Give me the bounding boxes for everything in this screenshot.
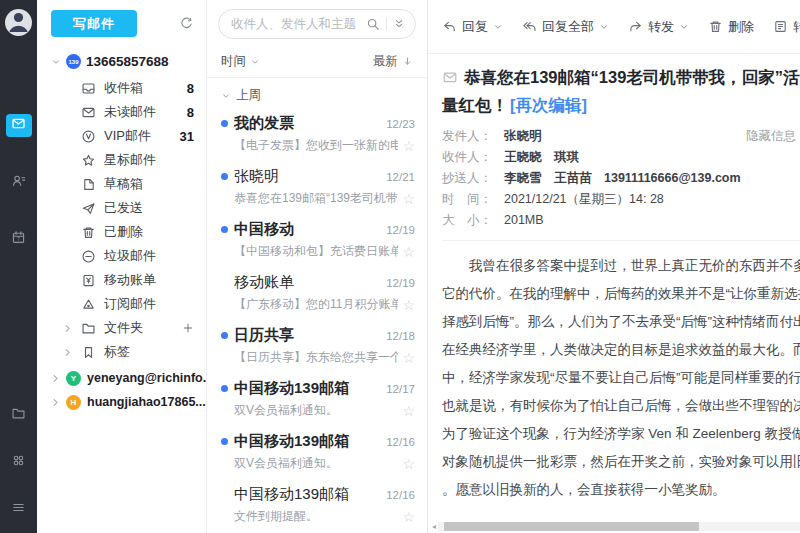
email-date: 12/18 <box>386 330 415 342</box>
meta-label: 大 小： <box>442 210 504 231</box>
folder-unread-count: 8 <box>187 81 206 96</box>
email-snippet: 恭喜您在139邮箱“139老司机带带我... <box>234 190 398 207</box>
sidebar-folder-item[interactable]: 星标邮件 <box>37 148 206 172</box>
sidebar-folder-item[interactable]: 已删除 <box>37 220 206 244</box>
meta-value: 2021/12/21（星期三）14: 28 <box>504 189 664 210</box>
sort-field-dropdown[interactable]: 时间 <box>221 53 260 70</box>
email-sender: 中国移动 <box>234 220 380 239</box>
group-label: 上周 <box>236 87 261 104</box>
toolbar-button[interactable]: 回复全部 <box>522 18 609 36</box>
chevron-down-icon <box>221 91 231 101</box>
sort-order-label: 最新 <box>373 53 398 70</box>
email-list-item[interactable]: 中国移动139邮箱 12/16 双V会员福利通知。 ☆ <box>207 425 427 478</box>
star-icon[interactable]: ☆ <box>402 510 415 524</box>
message-list-panel: 时间 最新 上周 我的发票 12/23 <box>207 0 428 533</box>
toolbar-button-label: 转笔记 <box>793 18 800 36</box>
account-139-badge: 139 <box>66 54 81 69</box>
group-header-last-week[interactable]: 上周 <box>207 78 427 107</box>
folder-unread-count: 8 <box>187 105 206 120</box>
hide-info-link[interactable]: 隐藏信息 <box>746 126 800 147</box>
email-list-item[interactable]: 中国移动139邮箱 12/17 双V会员福利通知。 ☆ <box>207 372 427 425</box>
body-text-line: 也就是说，有时候你为了怕让自己后悔，会做出些不理智的决定。 <box>442 392 800 420</box>
refresh-button[interactable] <box>179 16 194 31</box>
toolbar-button-icon <box>442 19 457 34</box>
unread-dot <box>221 385 228 392</box>
edit-again-link[interactable]: [再次编辑] <box>510 96 587 114</box>
toolbar-button[interactable]: 删除 <box>708 18 754 36</box>
secondary-account-row[interactable]: H huangjiahao17865... <box>37 390 206 414</box>
star-icon[interactable]: ☆ <box>402 351 415 365</box>
toolbar-button[interactable]: 转笔记 <box>773 18 800 36</box>
folder-item-label: 未读邮件 <box>104 103 156 121</box>
scroll-left-arrow[interactable]: ◂ <box>432 523 436 531</box>
star-icon[interactable]: ☆ <box>402 245 415 259</box>
email-list-item[interactable]: 中国移动139邮箱 12/16 文件到期提醒。 ☆ <box>207 478 427 531</box>
email-list-item[interactable]: 中国移动 12/19 【中国移动和包】充话费日账单已送到 ... ☆ <box>207 213 427 266</box>
scrollbar-track[interactable] <box>438 522 800 531</box>
email-sender: 中国移动139邮箱 <box>234 485 380 504</box>
nav-apps-button[interactable] <box>6 451 32 474</box>
star-icon[interactable]: ☆ <box>402 404 415 418</box>
star-icon[interactable]: ☆ <box>402 298 415 312</box>
search-icon[interactable] <box>366 17 380 31</box>
email-list-item[interactable]: 移动账单 12/19 【广东移动】您的11月积分账单已送达 ... ☆ <box>207 266 427 319</box>
email-snippet: 【中国移动和包】充话费日账单已送到 ... <box>234 243 398 260</box>
mail-content-view: 恭喜您在139邮箱“139老司机带带我，回家”活动抽中500M流 量红包！[再次… <box>428 54 800 533</box>
email-list-item[interactable]: 日历共享 12/18 【日历共享】东东给您共享一个名为“活... ☆ <box>207 319 427 372</box>
chevron-right-icon[interactable] <box>63 324 73 333</box>
account-number: 13665857688 <box>86 54 169 69</box>
add-folder-icon[interactable] <box>182 322 206 334</box>
nav-calendar-button[interactable]: 7 <box>6 228 32 251</box>
search-input[interactable] <box>231 17 360 31</box>
chevron-down-icon <box>493 22 503 32</box>
advanced-search-icon[interactable] <box>393 18 405 30</box>
email-list-item[interactable]: 张晓明 12/21 恭喜您在139邮箱“139老司机带带我... ☆ <box>207 160 427 213</box>
nav-menu-button[interactable] <box>6 498 32 521</box>
email-date: 12/23 <box>386 118 415 130</box>
folder-item-label: 标签 <box>104 343 130 361</box>
sidebar-folder-item[interactable]: 草稿箱 <box>37 172 206 196</box>
scrollbar-thumb[interactable] <box>444 522 699 531</box>
nav-mail-button[interactable] <box>6 114 32 137</box>
chevron-right-icon <box>51 374 60 383</box>
horizontal-scrollbar[interactable]: ◂ <box>432 521 800 532</box>
star-icon[interactable]: ☆ <box>402 139 415 153</box>
meta-label: 时 间： <box>442 189 504 210</box>
email-list: 我的发票 12/23 【电子发票】您收到一张新的电子发票。 ☆ 张晓明 12/2… <box>207 107 427 533</box>
sort-order-toggle[interactable]: 最新 <box>373 53 413 70</box>
email-snippet: 文件到期提醒。 <box>234 508 398 525</box>
primary-account-row[interactable]: 139 13665857688 <box>37 37 206 76</box>
nav-files-button[interactable] <box>6 404 32 427</box>
sidebar-folder-item[interactable]: 已发送 <box>37 196 206 220</box>
sidebar-folder-item[interactable]: 文件夹 <box>37 316 206 340</box>
sidebar-folder-item[interactable]: VIP邮件 31 <box>37 124 206 148</box>
star-icon[interactable]: ☆ <box>402 192 415 206</box>
sidebar-folder-item[interactable]: 标签 <box>37 340 206 364</box>
secondary-account-row[interactable]: Y yeneyang@richinfo... <box>37 366 206 390</box>
sidebar-folder-item[interactable]: 未读邮件 8 <box>37 100 206 124</box>
meta-label: 收件人： <box>442 147 504 168</box>
unread-dot <box>221 173 228 180</box>
toolbar-button[interactable]: 回复 <box>442 18 503 36</box>
chevron-right-icon[interactable] <box>63 348 73 357</box>
star-icon[interactable]: ☆ <box>402 457 415 471</box>
sidebar-folder-item[interactable]: 订阅邮件 <box>37 292 206 316</box>
toolbar-button[interactable]: 转发 <box>628 18 689 36</box>
hamburger-icon <box>11 500 26 519</box>
email-date: 12/21 <box>386 171 415 183</box>
sidebar-folder-item[interactable]: 移动账单 <box>37 268 206 292</box>
email-list-item[interactable]: 我的发票 12/23 【电子发票】您收到一张新的电子发票。 ☆ <box>207 107 427 160</box>
folder-item-icon <box>81 201 96 216</box>
apps-icon <box>11 453 26 472</box>
folder-item-label: 垃圾邮件 <box>104 247 156 265</box>
toolbar-button-label: 删除 <box>728 18 754 36</box>
divider <box>386 17 387 31</box>
user-avatar[interactable] <box>5 9 32 36</box>
sidebar-folder-item[interactable]: 垃圾邮件 <box>37 244 206 268</box>
body-text-line: 。愿意以旧换新的人，会直接获得一小笔奖励。 <box>442 476 800 504</box>
reading-pane: 回复 回复全部 转发 <box>428 0 800 533</box>
sidebar-folder-item[interactable]: 收件箱 8 <box>37 76 206 100</box>
nav-contacts-button[interactable] <box>6 171 32 194</box>
meta-value: 李晓雪 王苗苗 13911116666@139.com <box>504 168 741 189</box>
compose-button[interactable]: 写邮件 <box>51 10 137 37</box>
